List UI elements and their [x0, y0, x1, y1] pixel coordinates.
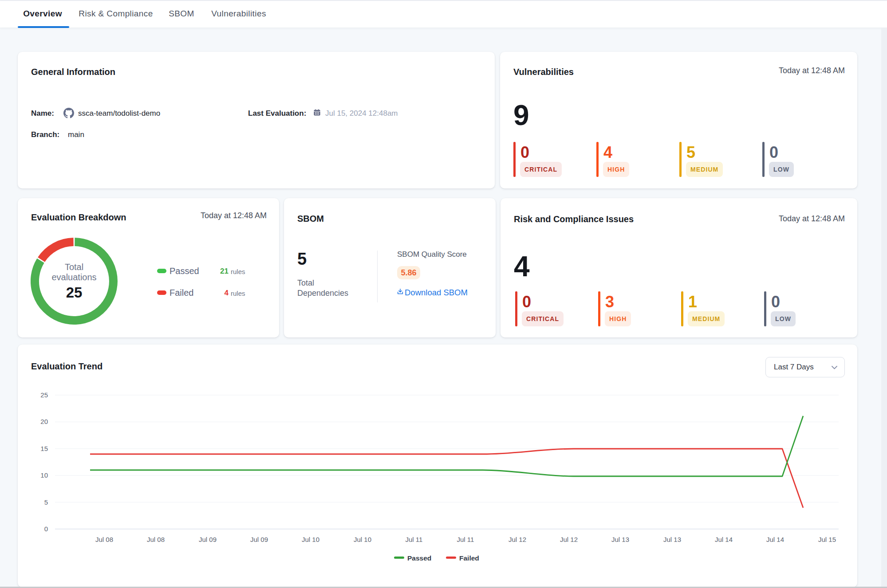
svg-text:Jul 08: Jul 08 — [95, 536, 113, 543]
svg-text:20: 20 — [40, 418, 48, 425]
svg-text:5: 5 — [44, 498, 48, 506]
svg-text:15: 15 — [40, 445, 48, 452]
svg-text:Jul 10: Jul 10 — [354, 536, 371, 543]
svg-text:Jul 08: Jul 08 — [147, 536, 165, 543]
svg-text:Jul 09: Jul 09 — [250, 536, 268, 543]
svg-text:Jul 09: Jul 09 — [199, 536, 217, 543]
svg-text:Jul 11: Jul 11 — [457, 536, 474, 543]
svg-text:Jul 14: Jul 14 — [715, 536, 733, 543]
svg-text:Jul 11: Jul 11 — [406, 536, 423, 543]
svg-text:Jul 13: Jul 13 — [663, 536, 681, 543]
svg-text:0: 0 — [44, 525, 48, 533]
svg-text:Jul 13: Jul 13 — [611, 536, 629, 543]
svg-text:Jul 12: Jul 12 — [560, 536, 578, 543]
svg-text:25: 25 — [40, 391, 48, 399]
svg-text:10: 10 — [40, 471, 48, 479]
svg-text:Passed: Passed — [407, 554, 431, 562]
svg-text:Failed: Failed — [459, 554, 479, 562]
svg-text:Jul 10: Jul 10 — [302, 536, 319, 543]
svg-text:Jul 14: Jul 14 — [766, 536, 784, 543]
svg-text:Jul 12: Jul 12 — [509, 536, 526, 543]
svg-text:Jul 15: Jul 15 — [818, 536, 836, 543]
